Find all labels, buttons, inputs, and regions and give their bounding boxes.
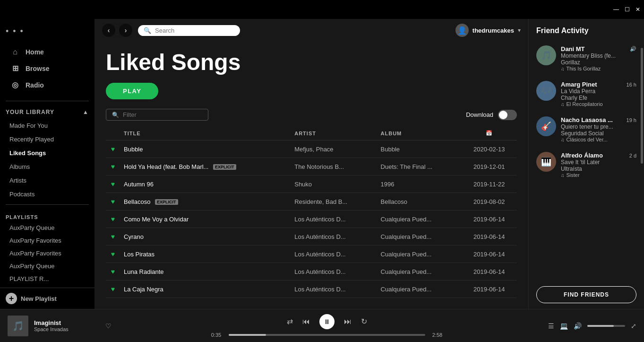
volume-button[interactable]: 🔊 bbox=[574, 322, 582, 330]
sidebar-item-made-for-you[interactable]: Made For You bbox=[6, 119, 89, 132]
repeat-button[interactable]: ↻ bbox=[361, 317, 367, 326]
forward-button[interactable]: › bbox=[119, 24, 132, 37]
sidebar-item-podcasts[interactable]: Podcasts bbox=[6, 188, 89, 201]
friend-playlist-alfredo-alamo: ♫ Sister bbox=[561, 172, 636, 178]
search-box[interactable]: 🔍 bbox=[138, 25, 240, 36]
song-like-4[interactable]: ♥ bbox=[106, 210, 120, 228]
song-title-8: La Caja Negra bbox=[124, 286, 163, 293]
friend-info-dani-mt: Dani MT 🔊 Momentary Bliss (fe... Gorilla… bbox=[561, 45, 636, 71]
bottom-player: 🎵 Imaginist Space Invadas ♡ ⇄ ⏮ ⏸ ⏭ ↻ 0:… bbox=[0, 309, 644, 342]
song-like-2[interactable]: ♥ bbox=[106, 175, 120, 193]
song-like-0[interactable]: ♥ bbox=[106, 140, 120, 158]
playlist-item-0[interactable]: AuxParty Queue bbox=[6, 222, 89, 234]
radio-icon: ◎ bbox=[10, 80, 20, 89]
sidebar-item-radio[interactable]: ◎ Radio bbox=[6, 77, 89, 93]
friend-item-alfredo-alamo[interactable]: 🎹 Alfredo Álamo 2 d Save It 'til Later U… bbox=[532, 147, 640, 183]
table-row[interactable]: ♥ Hold Ya Head (feat. Bob Marl... Explic… bbox=[106, 158, 517, 175]
song-artist-3: Residente, Bad B... bbox=[291, 193, 377, 210]
next-button[interactable]: ⏭ bbox=[344, 317, 352, 326]
sidebar-bottom: + New Playlist bbox=[0, 288, 94, 309]
shuffle-button[interactable]: ⇄ bbox=[287, 317, 293, 326]
filter-box[interactable]: 🔍 bbox=[106, 109, 208, 121]
song-like-8[interactable]: ♥ bbox=[106, 281, 120, 298]
right-scroll-indicator bbox=[641, 48, 643, 164]
now-playing-artist: Space Invadas bbox=[34, 326, 100, 332]
song-title-cell-8: La Caja Negra bbox=[120, 281, 291, 298]
music-note-icon: ♫ bbox=[561, 173, 565, 178]
song-title-cell-7: Luna Radiante bbox=[120, 263, 291, 281]
now-playing-info: Imaginist Space Invadas bbox=[34, 319, 100, 332]
back-button[interactable]: ‹ bbox=[102, 24, 115, 37]
song-artist-6: Los Auténticos D... bbox=[291, 246, 377, 263]
sidebar-item-artists[interactable]: Artists bbox=[6, 174, 89, 187]
col-heart bbox=[106, 126, 120, 140]
volume-bar[interactable] bbox=[587, 325, 625, 327]
playlist-item-3[interactable]: AuxParty Queue bbox=[6, 260, 89, 272]
new-playlist-button[interactable]: + New Playlist bbox=[6, 293, 89, 304]
song-like-5[interactable]: ♥ bbox=[106, 228, 120, 246]
table-row[interactable]: ♥ Bellacoso Explicit Residente, Bad B...… bbox=[106, 193, 517, 210]
song-date-4: 2019-06-14 bbox=[461, 210, 517, 228]
table-row[interactable]: ♥ Bubble Mefjus, Phace Bubble 2020-02-13 bbox=[106, 140, 517, 158]
library-header: Your Library ▲ bbox=[0, 105, 94, 119]
progress-bar[interactable] bbox=[229, 334, 425, 336]
sidebar-menu-dots[interactable]: • • • bbox=[6, 26, 89, 36]
table-row[interactable]: ♥ Luna Radiante Los Auténticos D... Cual… bbox=[106, 263, 517, 281]
sidebar-item-albums[interactable]: Albums bbox=[6, 160, 89, 173]
play-pause-button[interactable]: ⏸ bbox=[319, 314, 335, 329]
queue-button[interactable]: ☰ bbox=[548, 322, 554, 330]
play-button[interactable]: PLAY bbox=[106, 83, 158, 99]
fullscreen-button[interactable]: ⤢ bbox=[631, 322, 636, 330]
playlist-item-1[interactable]: AuxParty Favorites bbox=[6, 235, 89, 246]
sidebar-top: • • • ⌂ Home ⊞ Browse ◎ Radio bbox=[0, 19, 94, 97]
friend-info-nacho-lasaosa: Nacho Lasaosa ... 19 h Quiero tener tu p… bbox=[561, 116, 636, 142]
username-label: thedrumcakes bbox=[472, 27, 514, 34]
sidebar-item-browse[interactable]: ⊞ Browse bbox=[6, 60, 89, 77]
playlist-item-2[interactable]: AuxParty Favorites bbox=[6, 247, 89, 259]
sidebar-divider-1 bbox=[6, 101, 89, 101]
music-note-icon: ♫ bbox=[561, 137, 565, 142]
song-like-3[interactable]: ♥ bbox=[106, 193, 120, 210]
song-like-1[interactable]: ♥ bbox=[106, 158, 120, 175]
table-row[interactable]: ♥ La Caja Negra Los Auténticos D... Cual… bbox=[106, 281, 517, 298]
user-area: 👤 thedrumcakes ▾ bbox=[455, 24, 521, 37]
songs-list: ♥ Bubble Mefjus, Phace Bubble 2020-02-13… bbox=[106, 140, 517, 298]
table-row[interactable]: ♥ Los Piratas Los Auténticos D... Cualqu… bbox=[106, 246, 517, 263]
table-row[interactable]: ♥ Como Me Voy a Olvidar Los Auténticos D… bbox=[106, 210, 517, 228]
table-row[interactable]: ♥ Cyrano Los Auténticos D... Cualquiera … bbox=[106, 228, 517, 246]
friend-item-dani-mt[interactable]: 🎵 Dani MT 🔊 Momentary Bliss (fe... Goril… bbox=[532, 41, 640, 76]
filter-input[interactable] bbox=[123, 111, 202, 118]
download-toggle-switch[interactable] bbox=[498, 110, 517, 120]
friend-avatar-nacho-lasaosa: 🎸 bbox=[536, 116, 556, 136]
your-library-label: Your Library bbox=[6, 109, 54, 115]
song-artist-5: Los Auténticos D... bbox=[291, 228, 377, 246]
sidebar-item-home[interactable]: ⌂ Home bbox=[6, 44, 89, 60]
like-button[interactable]: ♡ bbox=[105, 322, 112, 330]
window-controls: — ☐ ✕ bbox=[613, 6, 640, 13]
friend-time-nacho-lasaosa: 19 h bbox=[627, 117, 636, 123]
table-row[interactable]: ♥ Autumn 96 Shuko 1996 2019-11-22 bbox=[106, 175, 517, 193]
song-album-7: Cualquiera Pued... bbox=[377, 263, 462, 281]
maximize-button[interactable]: ☐ bbox=[625, 6, 630, 13]
main-content: ‹ › 🔍 👤 thedrumcakes ▾ Liked Songs PLAY … bbox=[94, 19, 528, 309]
heart-icon: ♥ bbox=[111, 250, 115, 258]
sidebar-item-recently-played[interactable]: Recently Played bbox=[6, 133, 89, 146]
song-like-6[interactable]: ♥ bbox=[106, 246, 120, 263]
album-thumbnail: 🎵 bbox=[8, 316, 28, 336]
find-friends-button[interactable]: FIND FRIENDS bbox=[536, 286, 636, 303]
search-icon: 🔍 bbox=[144, 27, 151, 34]
minimize-button[interactable]: — bbox=[613, 6, 619, 13]
dropdown-arrow-icon[interactable]: ▾ bbox=[518, 27, 521, 34]
song-like-7[interactable]: ♥ bbox=[106, 263, 120, 281]
devices-button[interactable]: 💻 bbox=[560, 322, 568, 330]
friend-item-nacho-lasaosa[interactable]: 🎸 Nacho Lasaosa ... 19 h Quiero tener tu… bbox=[532, 112, 640, 147]
search-input[interactable] bbox=[155, 27, 234, 34]
playlist-item-4[interactable]: PLAYLIST R... bbox=[6, 273, 89, 285]
friend-item-amarg-pinet[interactable]: 🎶 Amarg Pinet 16 h La Vida Perra Charly … bbox=[532, 76, 640, 112]
sidebar-divider-2 bbox=[6, 204, 89, 205]
sidebar-item-liked-songs[interactable]: Liked Songs bbox=[6, 147, 89, 159]
previous-button[interactable]: ⏮ bbox=[302, 317, 310, 326]
close-button[interactable]: ✕ bbox=[635, 6, 640, 13]
song-title-cell-6: Los Piratas bbox=[120, 246, 291, 263]
library-collapse-arrows[interactable]: ▲ bbox=[83, 109, 89, 115]
